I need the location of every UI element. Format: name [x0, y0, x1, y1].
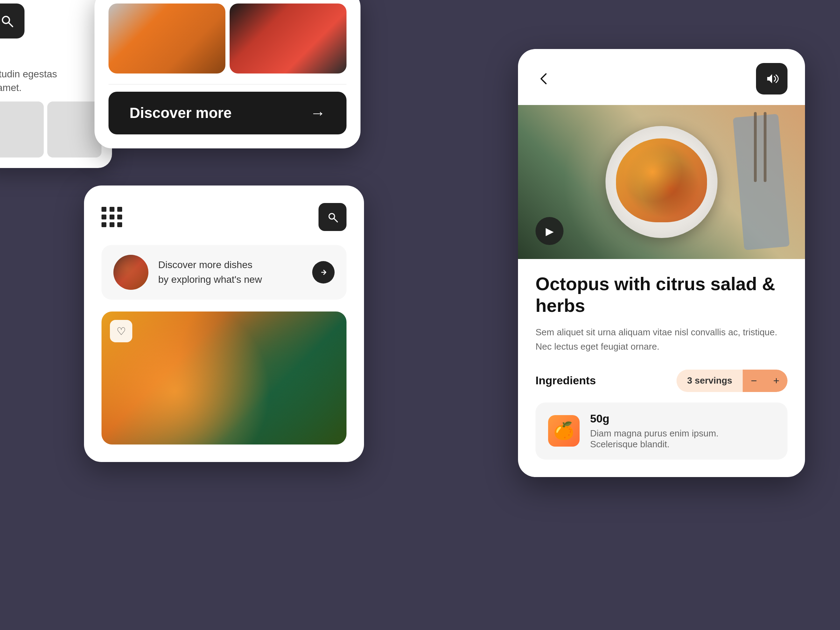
- dish-image: ▶: [518, 105, 805, 259]
- partial-body-line1: icitudin egestas: [0, 67, 101, 81]
- search-button-top-left[interactable]: [0, 3, 25, 38]
- grid-dot: [117, 207, 122, 212]
- grid-dot: [109, 207, 114, 212]
- dark-salad-image: [230, 3, 346, 74]
- back-arrow-icon: [535, 70, 552, 87]
- ingredient-desc-line2: Scelerisque blandit.: [590, 439, 718, 450]
- food-on-plate: [616, 138, 707, 222]
- play-icon: ▶: [546, 225, 554, 237]
- back-button[interactable]: [535, 70, 552, 87]
- grid-dot: [101, 207, 106, 212]
- ingredients-label: Ingredients: [535, 374, 596, 387]
- servings-control: 3 servings − +: [677, 369, 788, 392]
- grid-icon[interactable]: [101, 207, 123, 227]
- search-button-middle[interactable]: [319, 203, 346, 231]
- partial-text-block: t icitudin egestas s amet.: [0, 49, 101, 95]
- ingredient-icon: 🍊: [548, 415, 579, 447]
- knife-icon: [754, 112, 757, 182]
- plate: [605, 126, 717, 238]
- dish-description: Sem aliquet sit urna aliquam vitae nisl …: [535, 325, 788, 354]
- discover-banner[interactable]: Discover more dishes by exploring what's…: [101, 245, 346, 300]
- ingredient-desc-line1: Diam magna purus enim ipsum.: [590, 428, 718, 439]
- partial-body-line2: s amet.: [0, 81, 101, 95]
- ingredients-row: Ingredients 3 servings − +: [535, 369, 788, 392]
- discover-more-label: Discover more: [129, 105, 232, 122]
- arrow-right-circle-icon: [318, 267, 328, 278]
- svg-line-3: [334, 218, 337, 222]
- food-grid-top: [109, 3, 346, 74]
- grid-dot: [101, 215, 106, 219]
- grid-dot: [109, 222, 114, 227]
- carrots-image: [109, 3, 226, 74]
- divider: [109, 84, 346, 85]
- tomato-image: [47, 101, 101, 158]
- heart-icon: ♡: [117, 325, 126, 337]
- ingredient-info: 50g Diam magna purus enim ipsum. Sceleri…: [590, 412, 718, 450]
- grid-dot: [101, 222, 106, 227]
- utensils-decoration: [754, 112, 766, 182]
- grid-dot: [109, 215, 114, 219]
- discover-banner-line1: Discover more dishes by exploring what's…: [158, 257, 302, 287]
- food-images-grid: [0, 101, 101, 158]
- discover-banner-arrow[interactable]: [312, 261, 335, 284]
- grid-dot: [117, 222, 122, 227]
- servings-text: 3 servings: [677, 369, 743, 392]
- card-top-center: Discover more →: [95, 0, 360, 148]
- play-button[interactable]: ▶: [535, 217, 564, 245]
- volume-icon: [764, 71, 779, 86]
- dish-title: Octopus with citrus salad & herbs: [535, 273, 788, 317]
- recipe-header: [518, 49, 805, 105]
- card-middle-center: Discover more dishes by exploring what's…: [84, 185, 364, 462]
- search-icon: [0, 13, 15, 29]
- grid-dot: [117, 215, 122, 219]
- partial-title: t: [0, 49, 101, 64]
- servings-minus-button[interactable]: −: [743, 369, 765, 392]
- search-icon-middle: [326, 211, 339, 223]
- fork-icon: [764, 112, 766, 182]
- favorite-button[interactable]: ♡: [110, 320, 132, 342]
- ingredient-amount: 50g: [590, 412, 718, 425]
- arrow-right-icon: →: [310, 104, 325, 122]
- recipe-content: Octopus with citrus salad & herbs Sem al…: [518, 259, 805, 477]
- card-right-detail: ▶ Octopus with citrus salad & herbs Sem …: [518, 49, 805, 477]
- card-header: [101, 203, 346, 231]
- food-card-large: ♡: [101, 311, 346, 445]
- ingredient-item: 🍊 50g Diam magna purus enim ipsum. Scele…: [535, 403, 788, 459]
- svg-line-1: [9, 23, 13, 27]
- discover-more-button[interactable]: Discover more →: [109, 92, 346, 134]
- servings-plus-button[interactable]: +: [765, 369, 788, 392]
- avocado-image: [0, 101, 44, 158]
- discover-banner-image: [114, 255, 148, 290]
- sound-button[interactable]: [756, 63, 788, 95]
- discover-banner-text: Discover more dishes by exploring what's…: [158, 257, 302, 287]
